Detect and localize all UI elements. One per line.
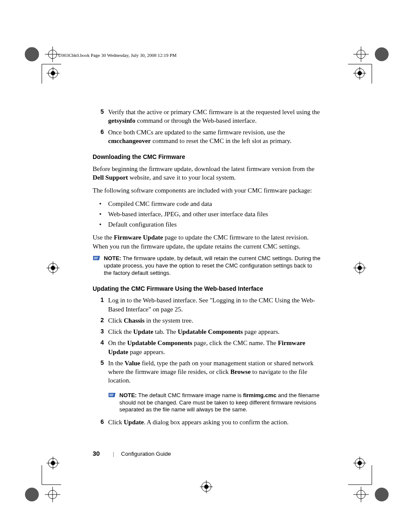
paragraph-use-firmware-update: Use the Firmware Update page to update t… bbox=[93, 233, 321, 251]
list-item: •Compiled CMC firmware code and data bbox=[93, 199, 321, 208]
step-number: 1 bbox=[93, 296, 108, 314]
crop-mark-icon bbox=[47, 261, 59, 274]
running-header: U003Cbk0.book Page 30 Wednesday, July 30… bbox=[58, 53, 177, 58]
text-run: Update bbox=[133, 328, 153, 335]
list-item: 4On the Updatable Components page, click… bbox=[93, 339, 321, 356]
bullet-icon: • bbox=[93, 210, 108, 218]
svg-point-41 bbox=[355, 263, 364, 273]
doc-title: Configuration Guide bbox=[121, 451, 171, 457]
text-run: Log in to the Web-based interface. See "… bbox=[108, 297, 315, 312]
step-text: Log in to the Web-based interface. See "… bbox=[108, 296, 321, 314]
text-run: Click the bbox=[108, 328, 133, 335]
crop-mark-icon bbox=[47, 457, 59, 470]
step-text: Click Update. A dialog box appears askin… bbox=[108, 418, 321, 426]
step-text: Once both CMCs are updated to the same f… bbox=[108, 128, 321, 146]
svg-point-46 bbox=[358, 461, 362, 465]
heading-download: Downloading the CMC Firmware bbox=[93, 153, 321, 161]
page-body: 5Verify that the active or primary CMC f… bbox=[93, 108, 321, 434]
text-run: Click bbox=[108, 317, 124, 324]
text-run: . A dialog box appears asking you to con… bbox=[144, 419, 289, 426]
crop-mark-icon bbox=[47, 67, 59, 80]
step-text: Click the Update tab. The Updatable Comp… bbox=[108, 327, 321, 336]
svg-point-50 bbox=[204, 485, 209, 489]
step-number: 4 bbox=[93, 339, 108, 356]
list-item: 6Click Update. A dialog box appears aski… bbox=[93, 418, 321, 426]
continued-steps: 5Verify that the active or primary CMC f… bbox=[93, 108, 321, 145]
svg-point-1 bbox=[25, 47, 39, 61]
text-run: Before beginning the firmware update, do… bbox=[93, 165, 314, 172]
svg-point-25 bbox=[48, 68, 58, 78]
svg-point-29 bbox=[48, 263, 58, 273]
text-run: command or through the Web-based interfa… bbox=[135, 117, 256, 124]
text-run: command to reset the CMC in the left slo… bbox=[151, 137, 291, 144]
list-item: 3Click the Update tab. The Updatable Com… bbox=[93, 327, 321, 336]
text-run: tab. The bbox=[153, 328, 177, 335]
text-run: page appears. bbox=[243, 328, 280, 335]
list-item: 2Click Chassis in the system tree. bbox=[93, 316, 321, 325]
svg-point-33 bbox=[48, 458, 58, 468]
text-run: In the bbox=[108, 360, 125, 367]
svg-point-24 bbox=[375, 488, 389, 501]
list-item: 1Log in to the Web-based interface. See … bbox=[93, 296, 321, 314]
text-run: Firmware Update bbox=[114, 234, 163, 241]
svg-point-37 bbox=[355, 68, 364, 78]
text-run: Click bbox=[108, 419, 124, 426]
step-number: 5 bbox=[93, 359, 108, 385]
text-run: Updatable Components bbox=[177, 328, 243, 335]
text-run: in the system tree. bbox=[145, 317, 193, 324]
text-run: Updatable Components bbox=[127, 339, 192, 346]
crop-mark-icon bbox=[200, 480, 213, 493]
note-icon bbox=[93, 255, 104, 277]
svg-point-34 bbox=[51, 461, 55, 465]
list-item: •Default configuration files bbox=[93, 220, 321, 229]
crop-mark-icon bbox=[353, 457, 366, 470]
svg-point-26 bbox=[51, 71, 55, 75]
page-number: 30 bbox=[93, 450, 100, 457]
svg-point-42 bbox=[358, 266, 362, 270]
note-firmware-retain: NOTE: The firmware update, by default, w… bbox=[93, 255, 321, 277]
step-text: On the Updatable Components page, click … bbox=[108, 339, 321, 356]
svg-point-10 bbox=[48, 490, 57, 499]
note-label: NOTE: bbox=[119, 392, 137, 398]
svg-point-30 bbox=[51, 266, 55, 270]
svg-point-21 bbox=[357, 490, 365, 499]
step-number: 6 bbox=[93, 418, 108, 426]
text-run: getsysinfo bbox=[108, 117, 135, 124]
text-run: Use the bbox=[93, 234, 114, 241]
footer-separator: | bbox=[113, 451, 114, 457]
note-label: NOTE: bbox=[104, 255, 121, 261]
svg-point-2 bbox=[48, 50, 57, 59]
crop-mark-icon bbox=[353, 261, 366, 274]
note-icon bbox=[108, 392, 119, 414]
crop-mark-icon bbox=[22, 465, 61, 504]
text-run: Verify that the active or primary CMC fi… bbox=[108, 109, 320, 115]
text-run: Value bbox=[125, 360, 140, 367]
step-text: Click Chassis in the system tree. bbox=[108, 316, 321, 325]
step-6: 6Click Update. A dialog box appears aski… bbox=[93, 418, 321, 426]
page-footer: 30 | Configuration Guide bbox=[93, 450, 171, 457]
note-firmware-filename: NOTE: The default CMC firmware image nam… bbox=[108, 392, 321, 414]
svg-point-18 bbox=[375, 47, 389, 61]
list-item: 5Verify that the active or primary CMC f… bbox=[93, 108, 321, 125]
note-body: NOTE: The firmware update, by default, w… bbox=[104, 255, 321, 277]
bullet-text: Compiled CMC firmware code and data bbox=[108, 199, 212, 208]
list-item: 5In the Value field, type the path on yo… bbox=[93, 359, 321, 385]
heading-update-web: Updating the CMC Firmware Using the Web-… bbox=[93, 285, 321, 293]
paragraph-before-begin: Before beginning the firmware update, do… bbox=[93, 165, 321, 182]
paragraph-components: The following software components are in… bbox=[93, 186, 321, 195]
bullet-text: Web-based interface, JPEG, and other use… bbox=[108, 210, 268, 218]
crop-mark-icon bbox=[353, 67, 366, 80]
svg-point-45 bbox=[355, 458, 364, 468]
svg-point-38 bbox=[358, 71, 362, 75]
text-run: On the bbox=[108, 339, 127, 346]
bullet-icon: • bbox=[93, 199, 108, 208]
note-body: NOTE: The default CMC firmware image nam… bbox=[119, 392, 321, 414]
text-run: page appears. bbox=[128, 348, 165, 355]
step-number: 3 bbox=[93, 327, 108, 336]
text-run: Once both CMCs are updated to the same f… bbox=[108, 129, 285, 136]
crop-mark-icon bbox=[348, 465, 391, 504]
text-run: The default CMC firmware image name is bbox=[138, 392, 243, 398]
step-number: 6 bbox=[93, 128, 108, 146]
text-run: page, click the CMC name. The bbox=[192, 339, 277, 346]
bullet-icon: • bbox=[93, 220, 108, 229]
